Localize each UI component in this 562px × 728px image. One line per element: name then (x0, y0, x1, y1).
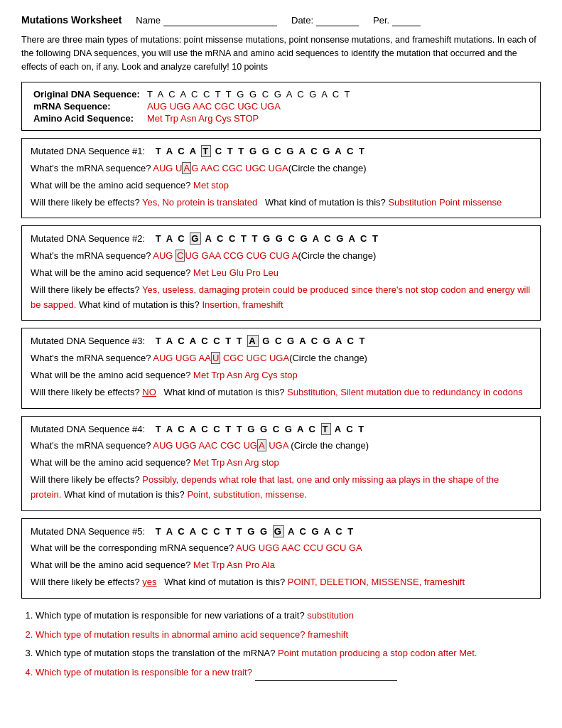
mutation-1-label: Mutated DNA Sequence #1: (31, 146, 153, 156)
mutation-3-mrna: AUG UGG AAU CGC UGC UGA (153, 352, 289, 364)
mutation-1-q1: What's the mRNA sequence? AUG UAG AAC CG… (31, 161, 531, 176)
mutation-5-q1: What will be the corresponding mRNA sequ… (31, 541, 531, 556)
mutation-3-header: Mutated DNA Sequence #3: T A C A C C T T… (31, 334, 531, 349)
q3-answer: Point mutation producing a stop codon af… (278, 648, 477, 658)
mutation-1-header: Mutated DNA Sequence #1: T A C A T C T T… (31, 144, 531, 159)
q3-text: Which type of mutation stops the transla… (36, 648, 278, 658)
date-field: Date: (291, 15, 359, 26)
question-1: Which type of mutation is responsible fo… (36, 609, 541, 623)
mutation-1-q3: Will there likely be effects? Yes, No pr… (31, 196, 531, 210)
mutation-3-circle: (Circle the change) (289, 353, 367, 363)
mutation-5-label: Mutated DNA Sequence #5: (31, 526, 153, 537)
name-label: Name (136, 15, 161, 26)
original-dna-box: Original DNA Sequence: T A C A C C T T G… (21, 82, 541, 131)
mutation-2-q1: What's the mRNA sequence? AUG CUG GAA CC… (31, 249, 531, 264)
worksheet-title: Mutations Worksheet (21, 14, 121, 26)
mutation-2-dna: T A C G A C C T T G G C G A C G A C T (156, 232, 379, 245)
mutation-1-dna: T A C A T C T T G G C G A C G A C T (156, 145, 366, 157)
original-dna-seq: T A C A C C T T G G C G A C G A C T (144, 88, 531, 100)
mutation-5-effects: yes (142, 577, 156, 587)
q2-text: Which type of mutation results in abnorm… (36, 629, 308, 640)
mrna-label: mRNA Sequence: (31, 100, 144, 112)
mutation-box-5: Mutated DNA Sequence #5: T A C A C C T T… (21, 518, 541, 599)
mutation-4-q2: What will be the amino acid sequence? Me… (31, 456, 531, 471)
mutation-5-dna: T A C A C C T T G G G A C G A C T (156, 525, 355, 537)
mutation-1-effects: Yes, No protein is translated (142, 197, 257, 208)
mutation-4-label: Mutated DNA Sequence #4: (31, 424, 153, 434)
mutation-5-q3: Will there likely be effects? yes What k… (31, 575, 531, 590)
amino-seq: Met Trp Asn Arg Cys STOP (144, 112, 531, 124)
mutation-2-circle: (Circle the change) (298, 250, 376, 261)
mutation-1-mrna: AUG UAG AAC CGC UGC UGA (153, 162, 288, 174)
worksheet-header: Mutations Worksheet Name Date: Per. (21, 14, 541, 26)
mutation-3-amino: Met Trp Asn Arg Cys stop (193, 370, 298, 380)
mutation-5-amino: Met Trp Asn Pro Ala (193, 560, 275, 570)
question-3: Which type of mutation stops the transla… (36, 646, 541, 661)
mutation-4-q1: What's the mRNA sequence? AUG UGG AAC CG… (31, 439, 531, 454)
q4-answer[interactable] (255, 665, 397, 681)
mutation-1-amino: Met stop (193, 180, 229, 191)
mutation-4-mrna: AUG UGG AAC CGC UGA UGA (153, 439, 288, 451)
mutation-4-amino: Met Trp Asn Arg stop (193, 457, 279, 468)
original-dna-row: Original DNA Sequence: T A C A C C T T G… (31, 88, 531, 100)
mutation-box-3: Mutated DNA Sequence #3: T A C A C C T T… (21, 328, 541, 408)
mutation-5-type: POINT, DELETION, MISSENSE, frameshift (288, 577, 465, 587)
amino-row: Amino Acid Sequence: Met Trp Asn Arg Cys… (31, 112, 531, 124)
mutation-1-q2: What will be the amino acid sequence? Me… (31, 178, 531, 193)
mutation-box-1: Mutated DNA Sequence #1: T A C A T C T T… (21, 138, 541, 218)
mutation-5-mrna: AUG UGG AAC CCU GCU GA (236, 542, 362, 553)
amino-label: Amino Acid Sequence: (31, 112, 144, 124)
q4-text: Which type of mutation is responsible fo… (36, 667, 255, 678)
intro-text: There are three main types of mutations:… (21, 33, 541, 73)
mutation-3-q1: What's the mRNA sequence? AUG UGG AAU CG… (31, 351, 531, 366)
original-dna-label: Original DNA Sequence: (31, 88, 144, 100)
mutation-4-type: Point, substitution, missense. (187, 489, 306, 500)
mrna-row: mRNA Sequence: AUG UGG AAC CGC UGC UGA (31, 100, 531, 112)
date-label: Date: (291, 15, 313, 26)
mutation-3-dna: T A C A C C T T A G C G A C G A C T (156, 335, 367, 347)
q2-answer: frameshift (308, 629, 348, 640)
mutation-2-header: Mutated DNA Sequence #2: T A C G A C C T… (31, 232, 531, 247)
q1-text: Which type of mutation is responsible fo… (36, 610, 307, 621)
mutation-box-4: Mutated DNA Sequence #4: T A C A C C T T… (21, 416, 541, 511)
mutation-2-label: Mutated DNA Sequence #2: (31, 233, 153, 244)
name-field: Name (136, 15, 277, 26)
mutation-4-dna: T A C A C C T T G G C G A C T A C T (156, 423, 365, 435)
mutation-2-q3: Will there likely be effects? Yes, usele… (31, 283, 531, 313)
mrna-seq: AUG UGG AAC CGC UGC UGA (144, 100, 531, 112)
date-value[interactable] (316, 15, 359, 26)
questions-list: Which type of mutation is responsible fo… (21, 609, 541, 681)
question-2: Which type of mutation results in abnorm… (36, 628, 541, 643)
mutation-4-circle: (Circle the change) (288, 440, 369, 451)
mutation-5-header: Mutated DNA Sequence #5: T A C A C C T T… (31, 525, 531, 540)
mutation-3-effects-no: NO (142, 387, 156, 397)
per-value[interactable] (392, 15, 421, 26)
name-value[interactable] (163, 15, 277, 26)
per-field: Per. (373, 15, 421, 26)
mutation-4-header: Mutated DNA Sequence #4: T A C A C C T T… (31, 422, 531, 437)
mutation-3-q2: What will be the amino acid sequence? Me… (31, 368, 531, 383)
mutation-3-type: Substitution, Silent mutation due to red… (287, 387, 523, 397)
mutation-2-mrna: AUG CUG GAA CCG CUG CUG A (153, 250, 298, 262)
question-4: Which type of mutation is responsible fo… (36, 665, 541, 681)
mutation-4-q3: Will there likely be effects? Possibly, … (31, 473, 531, 503)
mutation-1-circle: (Circle the change) (288, 163, 367, 173)
mutation-2-amino: Met Leu Glu Pro Leu (193, 267, 279, 278)
mutation-5-q2: What will be the amino acid sequence? Me… (31, 558, 531, 573)
mutation-2-q2: What will be the amino acid sequence? Me… (31, 266, 531, 281)
per-label: Per. (373, 15, 389, 26)
mutation-3-q3: Will there likely be effects? NO What ki… (31, 385, 531, 400)
mutation-1-type: Substitution Point missense (388, 197, 502, 208)
mutation-2-type: Insertion, frameshift (202, 299, 283, 310)
mutation-3-label: Mutated DNA Sequence #3: (31, 336, 153, 346)
mutation-box-2: Mutated DNA Sequence #2: T A C G A C C T… (21, 225, 541, 321)
q1-answer: substitution (307, 610, 354, 621)
